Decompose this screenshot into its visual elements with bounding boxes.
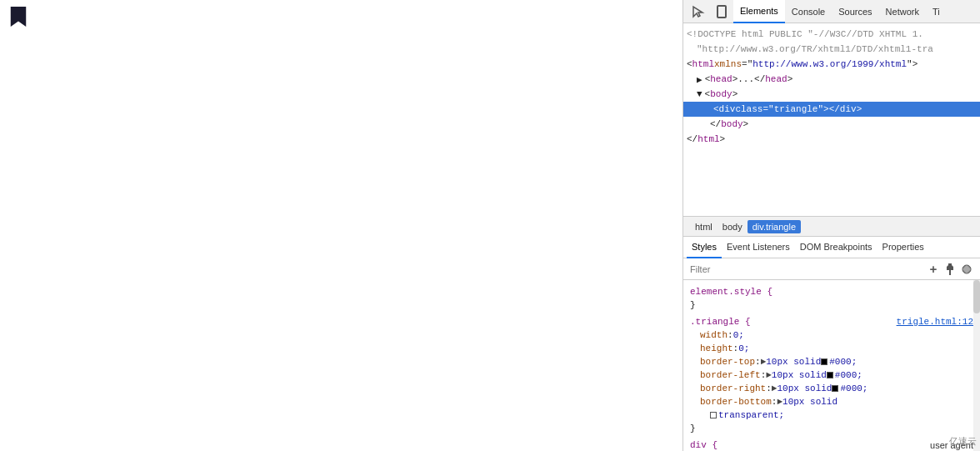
tab-elements[interactable]: Elements bbox=[733, 0, 785, 23]
tree-line-body[interactable]: ▼<body> bbox=[683, 87, 980, 102]
html-tree: <!DOCTYPE html PUBLIC "-//W3C//DTD XHTML… bbox=[683, 23, 980, 217]
tab-network[interactable]: Network bbox=[879, 0, 926, 23]
color-picker-icon[interactable] bbox=[960, 263, 973, 276]
breadcrumb-div-triangle[interactable]: div.triangle bbox=[748, 220, 801, 233]
scrollbar-track[interactable] bbox=[973, 280, 980, 451]
breadcrumb-html[interactable]: html bbox=[690, 220, 718, 233]
tab-properties[interactable]: Properties bbox=[878, 237, 929, 258]
tab-event-listeners[interactable]: Event Listeners bbox=[722, 237, 795, 258]
tab-ti[interactable]: Ti bbox=[926, 0, 947, 23]
tab-sources[interactable]: Sources bbox=[832, 0, 878, 23]
tree-line-head[interactable]: ▶<head>...</head> bbox=[683, 72, 980, 87]
element-style-selector: element.style { bbox=[690, 285, 973, 298]
triangle-close: } bbox=[690, 422, 973, 435]
breadcrumb-bar: html body div.triangle bbox=[683, 217, 980, 237]
pin-icon[interactable] bbox=[943, 263, 957, 276]
watermark: 亿速云 bbox=[949, 435, 977, 448]
triangle-style-block: .triangle { trigle.html:12 width: 0; hei… bbox=[683, 313, 980, 437]
tree-line-html[interactable]: <html xmlns="http://www.w3.org/1999/xhtm… bbox=[683, 57, 980, 72]
breadcrumb-body[interactable]: body bbox=[718, 220, 748, 233]
styles-content: element.style { } .triangle { trigle.htm… bbox=[683, 280, 980, 451]
filter-input[interactable] bbox=[690, 264, 922, 274]
triangle-selector-line: .triangle { trigle.html:12 bbox=[690, 315, 973, 328]
tab-console[interactable]: Console bbox=[785, 0, 832, 23]
prop-border-bottom-line1: border-bottom: ► 10px solid bbox=[690, 395, 973, 408]
prop-height: height: 0; bbox=[690, 342, 973, 355]
div-style-block: div { user agent bbox=[683, 437, 980, 451]
inspect-element-icon[interactable] bbox=[687, 0, 710, 23]
tree-line-html-close[interactable]: </html> bbox=[683, 132, 980, 147]
div-selector-line: div { user agent bbox=[690, 438, 973, 451]
add-style-icon[interactable]: + bbox=[927, 263, 940, 276]
webpage-preview bbox=[0, 0, 683, 451]
prop-border-bottom-line2: transparent; bbox=[690, 408, 973, 422]
tab-styles[interactable]: Styles bbox=[687, 237, 722, 258]
prop-border-left: border-left: ► 10px solid #000; bbox=[690, 368, 973, 382]
tab-dom-breakpoints[interactable]: DOM Breakpoints bbox=[795, 237, 878, 258]
filter-bar: + bbox=[683, 258, 980, 280]
mobile-device-icon[interactable] bbox=[710, 0, 733, 23]
bookmark-icon bbox=[10, 7, 27, 27]
styles-tab-bar: Styles Event Listeners DOM Breakpoints P… bbox=[683, 237, 980, 258]
scrollbar-thumb[interactable] bbox=[973, 280, 980, 313]
devtools-panel: Elements Console Sources Network Ti <!DO… bbox=[683, 0, 980, 451]
element-style-close: } bbox=[690, 298, 973, 312]
prop-border-top: border-top: ► 10px solid #000; bbox=[690, 355, 973, 368]
tree-line-doctype1[interactable]: <!DOCTYPE html PUBLIC "-//W3C//DTD XHTML… bbox=[683, 27, 980, 42]
element-style-block: element.style { } bbox=[683, 283, 980, 313]
tree-line-div-triangle[interactable]: <div class="triangle"></div> bbox=[683, 102, 980, 117]
tree-line-body-close[interactable]: </body> bbox=[683, 117, 980, 132]
prop-width: width: 0; bbox=[690, 328, 973, 342]
tree-line-doctype2[interactable]: "http://www.w3.org/TR/xhtml1/DTD/xhtml1-… bbox=[683, 42, 980, 57]
triangle-source-link[interactable]: trigle.html:12 bbox=[897, 315, 973, 328]
prop-border-right: border-right: ► 10px solid #000; bbox=[690, 382, 973, 395]
devtools-tab-bar: Elements Console Sources Network Ti bbox=[683, 0, 980, 23]
